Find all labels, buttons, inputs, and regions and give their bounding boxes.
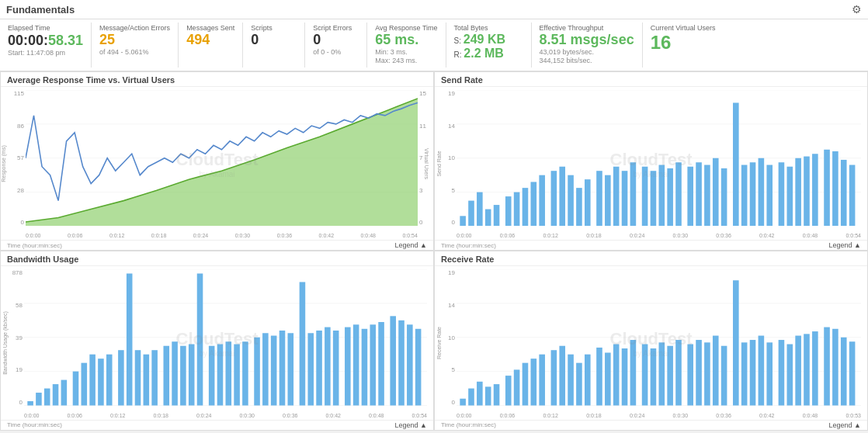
x-axis-labels-2: 0:0:00 0:0:06 0:0:12 0:0:18 0:0:24 0:0:3… bbox=[457, 233, 861, 238]
svg-rect-93 bbox=[325, 327, 331, 406]
svg-rect-26 bbox=[596, 171, 602, 226]
svg-rect-99 bbox=[378, 322, 384, 405]
svg-rect-76 bbox=[172, 342, 178, 406]
y-axis-title-right: Virtual Users bbox=[424, 148, 433, 179]
svg-rect-91 bbox=[307, 334, 314, 406]
svg-rect-126 bbox=[613, 345, 620, 406]
svg-rect-84 bbox=[242, 342, 248, 406]
svg-rect-20 bbox=[539, 175, 545, 227]
avg-response-svg bbox=[26, 90, 418, 227]
svg-rect-63 bbox=[53, 385, 59, 406]
send-rate-chart-title: Send Rate bbox=[435, 72, 867, 87]
svg-rect-90 bbox=[300, 282, 306, 406]
svg-rect-124 bbox=[596, 348, 602, 406]
y-axis-title-left: Response (ms) bbox=[1, 145, 10, 182]
avg-response-chart-area: CloudTest by Akamai 115 86 57 28 0 15 11… bbox=[1, 87, 433, 241]
svg-rect-73 bbox=[144, 355, 150, 406]
bandwidth-footer: Time (hour:min:sec) Legend ▲ bbox=[1, 420, 433, 430]
svg-rect-137 bbox=[713, 336, 719, 406]
bandwidth-chart-panel: Bandwidth Usage CloudTest by Akamai 878 … bbox=[0, 251, 434, 431]
svg-rect-148 bbox=[812, 332, 818, 406]
avg-response-value: 65 ms. bbox=[375, 33, 437, 48]
y-axis-title-bandwidth: Bandwidth Usage (kb/sec) bbox=[2, 311, 10, 375]
svg-rect-31 bbox=[642, 167, 648, 227]
messages-sent-metric: Messages Sent 494 bbox=[179, 23, 243, 68]
svg-rect-14 bbox=[485, 210, 491, 227]
svg-rect-34 bbox=[667, 168, 673, 227]
send-rate-footer: Time (hour:min:sec) Legend ▲ bbox=[435, 240, 867, 250]
svg-rect-113 bbox=[494, 385, 500, 406]
elapsed-time-sub: Start: 11:47:08 pm bbox=[8, 49, 83, 58]
svg-rect-127 bbox=[622, 348, 628, 405]
svg-rect-85 bbox=[254, 338, 260, 406]
svg-rect-82 bbox=[226, 342, 232, 406]
svg-rect-87 bbox=[271, 336, 277, 406]
svg-rect-49 bbox=[804, 157, 810, 227]
svg-rect-88 bbox=[279, 331, 286, 406]
svg-rect-131 bbox=[659, 343, 665, 406]
svg-rect-79 bbox=[197, 274, 203, 406]
svg-rect-115 bbox=[514, 370, 520, 406]
svg-rect-100 bbox=[390, 317, 396, 406]
fundamentals-bar: Elapsed Time 00:00:58.31 Start: 11:47:08… bbox=[0, 19, 868, 71]
elapsed-time-value: 00:00:58.31 bbox=[8, 33, 83, 49]
legend-button-4[interactable]: Legend ▲ bbox=[829, 421, 861, 429]
legend-button-1[interactable]: Legend ▲ bbox=[395, 241, 427, 249]
svg-rect-16 bbox=[505, 196, 512, 226]
svg-rect-141 bbox=[750, 341, 756, 406]
svg-rect-120 bbox=[559, 346, 565, 406]
avg-response-sub1: Min: 3 ms. bbox=[375, 48, 437, 57]
svg-rect-54 bbox=[849, 165, 856, 226]
svg-rect-64 bbox=[61, 380, 68, 406]
svg-rect-62 bbox=[44, 389, 50, 406]
svg-rect-143 bbox=[766, 343, 773, 406]
svg-rect-66 bbox=[82, 363, 88, 406]
send-rate-chart-panel: Send Rate CloudTest by Akamai 19 14 10 5… bbox=[434, 71, 868, 251]
svg-rect-52 bbox=[832, 151, 838, 227]
svg-rect-69 bbox=[106, 355, 113, 406]
legend-button-2[interactable]: Legend ▲ bbox=[829, 241, 861, 249]
svg-rect-13 bbox=[477, 192, 483, 227]
message-errors-sub: of 494 - 5.061% bbox=[99, 48, 170, 57]
svg-rect-61 bbox=[36, 393, 42, 406]
svg-rect-145 bbox=[786, 345, 793, 406]
svg-rect-74 bbox=[151, 351, 158, 406]
charts-grid: Average Response Time vs. Virtual Users … bbox=[0, 71, 868, 431]
svg-rect-123 bbox=[585, 355, 591, 406]
svg-rect-112 bbox=[485, 387, 491, 406]
legend-button-3[interactable]: Legend ▲ bbox=[395, 421, 427, 429]
svg-rect-135 bbox=[696, 341, 702, 406]
virtual-users-value: 16 bbox=[651, 33, 716, 53]
svg-rect-109 bbox=[460, 399, 466, 406]
svg-rect-36 bbox=[687, 167, 693, 227]
svg-rect-23 bbox=[568, 175, 574, 227]
svg-rect-48 bbox=[795, 158, 801, 227]
svg-rect-27 bbox=[605, 175, 611, 227]
svg-rect-68 bbox=[98, 359, 104, 406]
x-axis-labels-4: 0:0:00 0:0:06 0:0:12 0:0:18 0:0:24 0:0:3… bbox=[457, 413, 861, 418]
script-errors-sub: of 0 - 0% bbox=[313, 48, 359, 57]
svg-rect-114 bbox=[505, 376, 512, 406]
avg-response-chart-panel: Average Response Time vs. Virtual Users … bbox=[0, 71, 434, 251]
svg-rect-30 bbox=[630, 162, 637, 226]
send-rate-chart-area: CloudTest by Akamai 19 14 10 5 0 Send Ra… bbox=[435, 87, 867, 241]
svg-rect-101 bbox=[398, 320, 404, 406]
svg-rect-12 bbox=[468, 201, 474, 227]
svg-rect-18 bbox=[523, 188, 529, 226]
svg-rect-80 bbox=[209, 346, 215, 406]
svg-rect-35 bbox=[675, 162, 682, 226]
svg-rect-45 bbox=[766, 165, 773, 226]
total-bytes-recv: R: 2.2 MB bbox=[454, 47, 523, 61]
svg-rect-140 bbox=[741, 343, 748, 406]
svg-rect-24 bbox=[576, 188, 582, 226]
x-axis-labels-3: 0:0:00 0:0:06 0:0:12 0:0:18 0:0:24 0:0:3… bbox=[24, 413, 427, 418]
x-axis-title-1: Time (hour:min:sec) bbox=[7, 242, 62, 249]
main-container: Fundamentals ⚙ Elapsed Time 00:00:58.31 … bbox=[0, 0, 868, 433]
svg-rect-17 bbox=[514, 192, 520, 227]
svg-rect-81 bbox=[217, 345, 224, 406]
svg-rect-129 bbox=[642, 345, 648, 406]
svg-rect-96 bbox=[353, 325, 359, 406]
gear-icon[interactable]: ⚙ bbox=[852, 3, 862, 16]
receive-rate-chart-area: CloudTest by Akamai 19 14 10 5 0 Receive… bbox=[435, 266, 867, 420]
svg-rect-44 bbox=[759, 158, 765, 227]
